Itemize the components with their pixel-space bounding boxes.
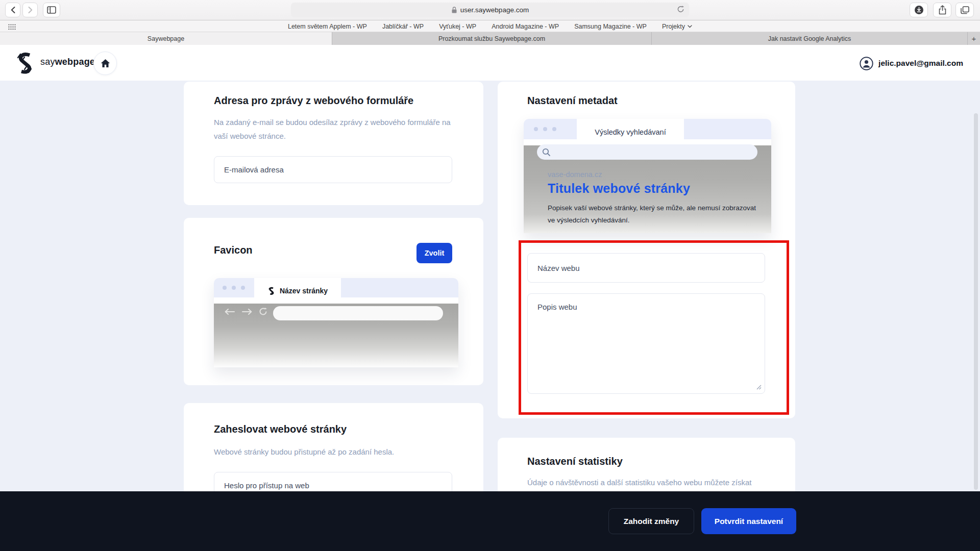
browser-toolbar: user.saywebpage.com — [0, 0, 980, 20]
site-description-textarea[interactable] — [527, 293, 765, 394]
window-dots-icon — [223, 286, 245, 290]
address-bar-url: user.saywebpage.com — [460, 6, 529, 14]
plus-icon: + — [972, 34, 976, 43]
preview-refresh-icon — [259, 307, 267, 316]
confirm-settings-button[interactable]: Potvrdit nastavení — [701, 508, 796, 534]
page-scrollbar[interactable] — [974, 113, 978, 490]
favorite-label: Letem světem Applem - WP — [288, 23, 367, 30]
share-button[interactable] — [933, 3, 951, 17]
tab-google-analytics[interactable]: Jak nastavit Google Analytics — [652, 32, 968, 45]
home-button[interactable] — [93, 52, 117, 75]
share-icon — [939, 5, 946, 15]
forward-button[interactable] — [22, 3, 38, 17]
search-result-preview: Výsledky vyhledávaní vase-domena.cz Titu… — [524, 119, 771, 233]
favorite-label: Vyťukej - WP — [439, 23, 476, 30]
window-dots-icon — [534, 127, 556, 131]
back-button[interactable] — [5, 3, 20, 17]
preview-domain: vase-domena.cz — [548, 170, 602, 179]
tab-saywebpage[interactable]: Saywebpage — [0, 32, 332, 45]
preview-tab: Výsledky vyhledávaní — [577, 119, 684, 145]
discard-changes-button[interactable]: Zahodit změny — [608, 508, 694, 534]
card-password-description: Webové stránky budou přistupné až po zad… — [214, 445, 459, 459]
refresh-icon — [677, 5, 684, 13]
card-email-form: Adresa pro zprávy z webového formuláře N… — [184, 82, 483, 205]
account-menu[interactable]: jelic.pavel@gmail.com — [860, 52, 963, 75]
preview-forward-icon — [241, 308, 253, 315]
favorite-item[interactable]: Android Magazine - WP — [492, 23, 559, 30]
favorite-label: Jablíčkář - WP — [382, 23, 424, 30]
footer-action-bar — [0, 491, 980, 551]
favorite-label: Projekty — [662, 23, 685, 30]
downloads-icon — [914, 5, 924, 15]
search-icon — [542, 148, 551, 157]
tab-overview-icon — [961, 6, 969, 14]
card-metadata-title: Nastavení metadat — [527, 95, 618, 107]
downloads-button[interactable] — [910, 3, 928, 17]
lock-icon — [451, 6, 457, 14]
card-statistics-description: Údaje o návštěvnosti a další statistiku … — [527, 477, 772, 488]
home-icon — [101, 59, 110, 68]
tab-title: Prozkoumat službu Saywebpage.com — [438, 35, 545, 42]
card-favicon: Favicon Zvolit Název stránky — [184, 218, 483, 385]
tab-title: Jak nastavit Google Analytics — [768, 35, 851, 42]
saywebpage-logo-icon — [14, 52, 35, 75]
card-metadata: Nastavení metadat Výsledky vyhledávaní v… — [498, 82, 795, 418]
favorite-label: Samsung Magazine - WP — [574, 23, 647, 30]
wordmark-prefix: say — [40, 57, 55, 67]
card-password: Zaheslovat webové stránky Webové stránky… — [184, 403, 483, 505]
favorite-item[interactable]: Vyťukej - WP — [439, 23, 476, 30]
app-header: saywebpage — [0, 45, 980, 81]
favorite-label: Android Magazine - WP — [492, 23, 559, 30]
preview-result-description: Popisek vaší webové stránky, který se mů… — [548, 202, 758, 227]
avatar-icon — [860, 57, 873, 70]
tab-bar: Saywebpage Prozkoumat službu Saywebpage.… — [0, 32, 980, 45]
favorites-grid-icon[interactable] — [8, 23, 16, 32]
preview-search-pill — [537, 144, 757, 160]
account-email: jelic.pavel@gmail.com — [878, 59, 963, 68]
favorite-item[interactable]: Samsung Magazine - WP — [574, 23, 647, 30]
card-statistics-title: Nastavení statistiky — [527, 456, 623, 467]
card-favicon-title: Favicon — [214, 244, 253, 256]
back-icon — [10, 6, 16, 14]
new-tab-button[interactable]: + — [968, 32, 980, 45]
favicon-browser-preview: Název stránky — [214, 278, 458, 367]
email-address-input[interactable] — [214, 156, 452, 183]
preview-nav — [224, 307, 267, 316]
sidebar-toggle-button[interactable] — [43, 3, 60, 17]
refresh-button[interactable] — [677, 5, 684, 15]
card-password-title: Zaheslovat webové stránky — [214, 423, 347, 435]
preview-url-pill — [273, 306, 443, 320]
saywebpage-wordmark[interactable]: saywebpage — [40, 57, 95, 67]
site-name-input[interactable] — [527, 253, 765, 283]
preview-tab: Název stránky — [254, 278, 341, 304]
card-email-description: Na zadaný e-mail se budou odesílaz zpráv… — [214, 115, 454, 143]
favorites-bar: Letem světem Applem - WP Jablíčkář - WP … — [0, 20, 980, 32]
choose-favicon-button[interactable]: Zvolit — [416, 243, 452, 263]
preview-tab-title: Název stránky — [280, 287, 328, 295]
tab-overview-button[interactable] — [955, 3, 974, 17]
chevron-down-icon — [688, 25, 692, 28]
preview-tab-title: Výsledky vyhledávaní — [595, 128, 666, 136]
favicon-logo-icon — [267, 287, 275, 295]
favorite-folder-projekty[interactable]: Projekty — [662, 23, 692, 30]
forward-icon — [28, 6, 33, 14]
favorite-item[interactable]: Letem světem Applem - WP — [288, 23, 367, 30]
preview-back-icon — [224, 308, 235, 315]
tab-prozkoumat[interactable]: Prozkoumat službu Saywebpage.com — [332, 32, 652, 45]
address-bar[interactable]: user.saywebpage.com — [291, 3, 689, 17]
wordmark-suffix: webpage — [55, 57, 95, 67]
card-email-title: Adresa pro zprávy z webového formuláře — [214, 95, 413, 107]
sidebar-icon — [47, 6, 56, 14]
favorite-item[interactable]: Jablíčkář - WP — [382, 23, 424, 30]
screen: user.saywebpage.com Letem světem Applem … — [0, 0, 980, 551]
preview-result-title: Titulek webové stránky — [548, 181, 690, 196]
tab-title: Saywebpage — [148, 35, 184, 42]
